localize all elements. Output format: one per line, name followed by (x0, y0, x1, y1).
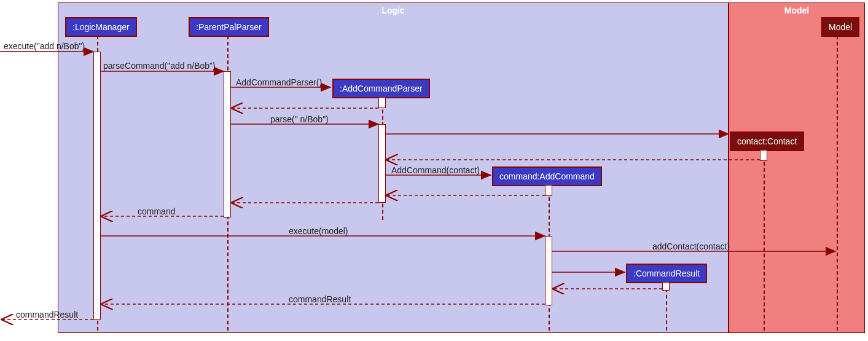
msg-addcommandparser-ctor: AddCommandParser() (236, 77, 322, 87)
lifeline-contact (764, 150, 765, 331)
activation-addcommand-parser-2 (378, 124, 386, 203)
participant-logic-manager: :LogicManager (65, 17, 137, 37)
msg-command: command (138, 206, 175, 216)
region-model: Model (729, 2, 865, 333)
region-model-title: Model (780, 3, 814, 18)
participant-commandresult: :CommandResult (626, 264, 707, 283)
participant-model-head: Model (821, 17, 859, 37)
activation-addcommand-1 (545, 185, 552, 196)
msg-addcommand-ctor: AddCommand(contact) (391, 165, 480, 175)
participant-addcommand: command:AddCommand (492, 167, 602, 186)
participant-parentpal-parser: :ParentPalParser (189, 17, 269, 37)
participant-contact: contact:Contact (730, 131, 804, 151)
activation-addcommand-parser-1 (378, 97, 386, 108)
msg-commandresult: commandResult (289, 294, 351, 304)
msg-execute-model: execute(model) (289, 226, 348, 236)
activation-parentpal-parser (224, 71, 231, 218)
activation-logic-manager (93, 52, 101, 319)
lifeline-model (837, 36, 838, 331)
region-logic-title: Logic (377, 3, 409, 18)
msg-parse: parse(" n/Bob") (270, 114, 329, 124)
activation-commandresult (662, 282, 670, 291)
activation-addcommand-2 (545, 236, 552, 305)
msg-commandresult-out: commandResult (16, 310, 78, 319)
activation-contact (760, 150, 767, 161)
participant-addcommand-parser: :AddCommandParser (332, 79, 430, 98)
msg-execute-1: execute("add n/Bob") (4, 41, 85, 51)
msg-add-contact: addContact(contact) (652, 241, 730, 251)
msg-parse-command: parseCommand("add n/Bob") (103, 61, 216, 71)
